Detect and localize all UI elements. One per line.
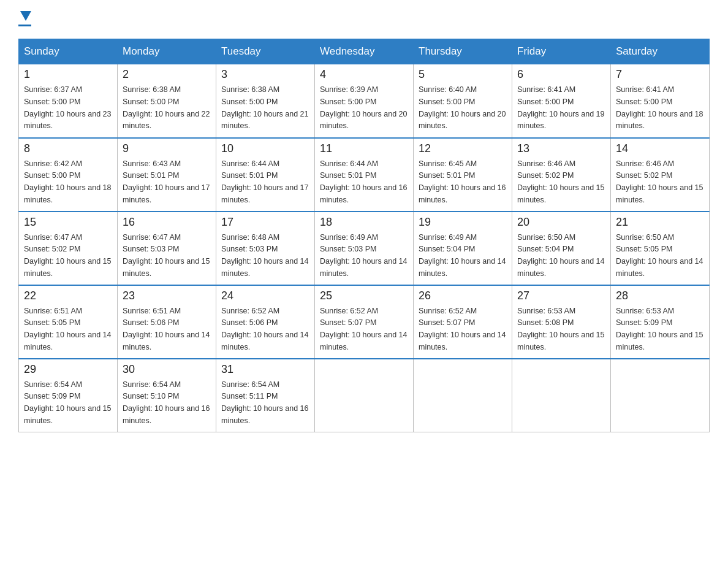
- calendar-cell: 4 Sunrise: 6:39 AMSunset: 5:00 PMDayligh…: [315, 64, 414, 138]
- calendar-cell: 12 Sunrise: 6:45 AMSunset: 5:01 PMDaylig…: [414, 138, 512, 212]
- day-number: 28: [616, 289, 704, 302]
- day-number: 3: [221, 68, 309, 81]
- day-info: Sunrise: 6:44 AMSunset: 5:01 PMDaylight:…: [320, 159, 407, 204]
- calendar-cell: [414, 359, 512, 432]
- day-info: Sunrise: 6:42 AMSunset: 5:00 PMDaylight:…: [24, 159, 111, 204]
- calendar-cell: 31 Sunrise: 6:54 AMSunset: 5:11 PMDaylig…: [216, 359, 315, 432]
- calendar-cell: 16 Sunrise: 6:47 AMSunset: 5:03 PMDaylig…: [118, 212, 216, 285]
- day-info: Sunrise: 6:40 AMSunset: 5:00 PMDaylight:…: [419, 85, 506, 130]
- calendar-cell: 10 Sunrise: 6:44 AMSunset: 5:01 PMDaylig…: [216, 138, 315, 212]
- calendar-cell: 14 Sunrise: 6:46 AMSunset: 5:02 PMDaylig…: [611, 138, 710, 212]
- calendar-cell: 29 Sunrise: 6:54 AMSunset: 5:09 PMDaylig…: [19, 359, 118, 432]
- calendar-cell: 20 Sunrise: 6:50 AMSunset: 5:04 PMDaylig…: [512, 212, 611, 285]
- day-info: Sunrise: 6:38 AMSunset: 5:00 PMDaylight:…: [221, 85, 308, 130]
- calendar-cell: [315, 359, 414, 432]
- calendar-cell: 7 Sunrise: 6:41 AMSunset: 5:00 PMDayligh…: [611, 64, 710, 138]
- day-number: 15: [24, 216, 112, 229]
- day-number: 11: [320, 142, 408, 155]
- calendar-cell: 2 Sunrise: 6:38 AMSunset: 5:00 PMDayligh…: [118, 64, 216, 138]
- day-info: Sunrise: 6:41 AMSunset: 5:00 PMDaylight:…: [517, 85, 604, 130]
- calendar-week-row: 8 Sunrise: 6:42 AMSunset: 5:00 PMDayligh…: [19, 138, 710, 212]
- day-info: Sunrise: 6:49 AMSunset: 5:04 PMDaylight:…: [419, 233, 506, 278]
- day-info: Sunrise: 6:50 AMSunset: 5:04 PMDaylight:…: [517, 233, 604, 278]
- calendar-cell: 24 Sunrise: 6:52 AMSunset: 5:06 PMDaylig…: [216, 285, 315, 359]
- calendar-cell: 28 Sunrise: 6:53 AMSunset: 5:09 PMDaylig…: [611, 285, 710, 359]
- day-number: 17: [221, 216, 309, 229]
- day-info: Sunrise: 6:43 AMSunset: 5:01 PMDaylight:…: [123, 159, 210, 204]
- day-info: Sunrise: 6:52 AMSunset: 5:07 PMDaylight:…: [419, 307, 506, 351]
- calendar-cell: 1 Sunrise: 6:37 AMSunset: 5:00 PMDayligh…: [19, 64, 118, 138]
- day-info: Sunrise: 6:50 AMSunset: 5:05 PMDaylight:…: [616, 233, 703, 278]
- day-number: 18: [320, 216, 408, 229]
- day-info: Sunrise: 6:37 AMSunset: 5:00 PMDaylight:…: [24, 85, 111, 130]
- calendar-cell: 23 Sunrise: 6:51 AMSunset: 5:06 PMDaylig…: [118, 285, 216, 359]
- day-info: Sunrise: 6:48 AMSunset: 5:03 PMDaylight:…: [221, 233, 308, 278]
- day-number: 30: [123, 363, 211, 376]
- header-wednesday: Wednesday: [315, 39, 414, 64]
- day-number: 13: [517, 142, 605, 155]
- header-sunday: Sunday: [19, 39, 118, 64]
- day-number: 9: [123, 142, 211, 155]
- day-number: 14: [616, 142, 704, 155]
- calendar-cell: 27 Sunrise: 6:53 AMSunset: 5:08 PMDaylig…: [512, 285, 611, 359]
- day-number: 27: [517, 289, 605, 302]
- calendar-cell: 22 Sunrise: 6:51 AMSunset: 5:05 PMDaylig…: [19, 285, 118, 359]
- day-number: 19: [419, 216, 507, 229]
- calendar-cell: 18 Sunrise: 6:49 AMSunset: 5:03 PMDaylig…: [315, 212, 414, 285]
- day-number: 7: [616, 68, 704, 81]
- day-info: Sunrise: 6:54 AMSunset: 5:11 PMDaylight:…: [221, 380, 308, 425]
- calendar-cell: 5 Sunrise: 6:40 AMSunset: 5:00 PMDayligh…: [414, 64, 512, 138]
- calendar-week-row: 15 Sunrise: 6:47 AMSunset: 5:02 PMDaylig…: [19, 212, 710, 285]
- day-info: Sunrise: 6:52 AMSunset: 5:07 PMDaylight:…: [320, 307, 407, 351]
- calendar-cell: 13 Sunrise: 6:46 AMSunset: 5:02 PMDaylig…: [512, 138, 611, 212]
- header-friday: Friday: [512, 39, 611, 64]
- day-number: 25: [320, 289, 408, 302]
- calendar-cell: 15 Sunrise: 6:47 AMSunset: 5:02 PMDaylig…: [19, 212, 118, 285]
- day-info: Sunrise: 6:49 AMSunset: 5:03 PMDaylight:…: [320, 233, 407, 278]
- day-info: Sunrise: 6:51 AMSunset: 5:05 PMDaylight:…: [24, 307, 111, 351]
- calendar-cell: 3 Sunrise: 6:38 AMSunset: 5:00 PMDayligh…: [216, 64, 315, 138]
- page-header: [18, 12, 710, 26]
- day-info: Sunrise: 6:53 AMSunset: 5:08 PMDaylight:…: [517, 307, 604, 351]
- day-number: 10: [221, 142, 309, 155]
- day-number: 21: [616, 216, 704, 229]
- day-number: 5: [419, 68, 507, 81]
- day-number: 20: [517, 216, 605, 229]
- day-info: Sunrise: 6:52 AMSunset: 5:06 PMDaylight:…: [221, 307, 308, 351]
- day-number: 1: [24, 68, 112, 81]
- calendar-week-row: 1 Sunrise: 6:37 AMSunset: 5:00 PMDayligh…: [19, 64, 710, 138]
- day-info: Sunrise: 6:53 AMSunset: 5:09 PMDaylight:…: [616, 307, 703, 351]
- day-number: 31: [221, 363, 309, 376]
- day-info: Sunrise: 6:46 AMSunset: 5:02 PMDaylight:…: [616, 159, 703, 204]
- calendar-cell: 8 Sunrise: 6:42 AMSunset: 5:00 PMDayligh…: [19, 138, 118, 212]
- day-number: 29: [24, 363, 112, 376]
- header-tuesday: Tuesday: [216, 39, 315, 64]
- logo-underline: [18, 25, 31, 26]
- logo-triangle-icon: [20, 11, 31, 21]
- calendar-cell: 25 Sunrise: 6:52 AMSunset: 5:07 PMDaylig…: [315, 285, 414, 359]
- day-info: Sunrise: 6:38 AMSunset: 5:00 PMDaylight:…: [123, 85, 210, 130]
- calendar-cell: 21 Sunrise: 6:50 AMSunset: 5:05 PMDaylig…: [611, 212, 710, 285]
- day-number: 2: [123, 68, 211, 81]
- calendar-cell: [611, 359, 710, 432]
- calendar-week-row: 29 Sunrise: 6:54 AMSunset: 5:09 PMDaylig…: [19, 359, 710, 432]
- calendar-table: SundayMondayTuesdayWednesdayThursdayFrid…: [18, 39, 710, 432]
- day-info: Sunrise: 6:44 AMSunset: 5:01 PMDaylight:…: [221, 159, 308, 204]
- day-number: 4: [320, 68, 408, 81]
- day-info: Sunrise: 6:41 AMSunset: 5:00 PMDaylight:…: [616, 85, 703, 130]
- calendar-cell: 17 Sunrise: 6:48 AMSunset: 5:03 PMDaylig…: [216, 212, 315, 285]
- header-thursday: Thursday: [414, 39, 512, 64]
- calendar-cell: 30 Sunrise: 6:54 AMSunset: 5:10 PMDaylig…: [118, 359, 216, 432]
- calendar-cell: 9 Sunrise: 6:43 AMSunset: 5:01 PMDayligh…: [118, 138, 216, 212]
- day-number: 22: [24, 289, 112, 302]
- day-number: 6: [517, 68, 605, 81]
- day-info: Sunrise: 6:54 AMSunset: 5:09 PMDaylight:…: [24, 380, 111, 425]
- calendar-cell: [512, 359, 611, 432]
- day-info: Sunrise: 6:54 AMSunset: 5:10 PMDaylight:…: [123, 380, 210, 425]
- day-number: 26: [419, 289, 507, 302]
- calendar-cell: 6 Sunrise: 6:41 AMSunset: 5:00 PMDayligh…: [512, 64, 611, 138]
- day-info: Sunrise: 6:47 AMSunset: 5:03 PMDaylight:…: [123, 233, 210, 278]
- header-monday: Monday: [118, 39, 216, 64]
- calendar-cell: 19 Sunrise: 6:49 AMSunset: 5:04 PMDaylig…: [414, 212, 512, 285]
- day-number: 24: [221, 289, 309, 302]
